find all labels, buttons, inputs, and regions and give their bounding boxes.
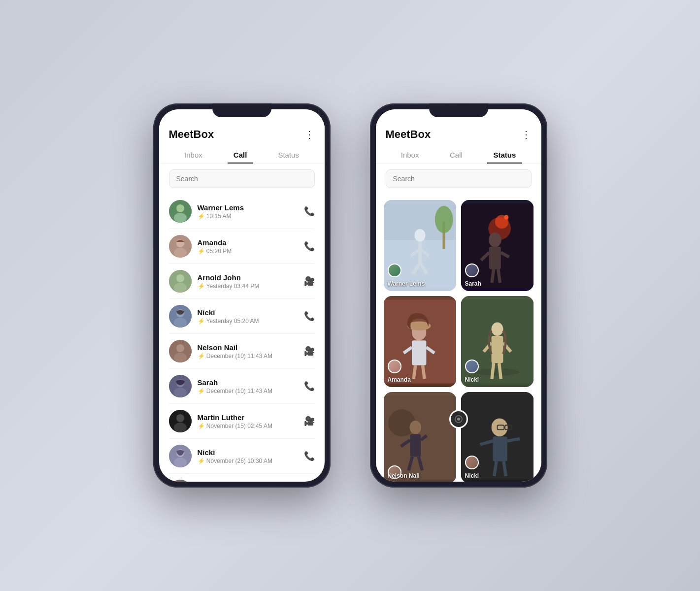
svg-line-54 (413, 365, 415, 379)
more-options-icon[interactable]: ⋮ (304, 129, 315, 140)
contact-name: Amanda (198, 238, 304, 247)
call-item[interactable]: John Carlos 🎥 (169, 474, 315, 482)
status-card[interactable]: Amanda (384, 296, 456, 387)
video-icon[interactable]: 🎥 (304, 346, 315, 357)
contact-info: Arnold John ⚡ Yesterday 03:44 PM (198, 273, 304, 290)
tab-status[interactable]: Status (487, 147, 522, 163)
avatar (169, 410, 192, 432)
avatar (169, 235, 192, 258)
search-container (376, 164, 541, 194)
call-item[interactable]: Nicki ⚡ November (26) 10:30 AM 📞 (169, 439, 315, 474)
svg-point-36 (434, 206, 453, 233)
call-item[interactable]: Nelson Nail ⚡ December (10) 11:43 AM 🎥 (169, 334, 315, 369)
app-title: MeetBox (169, 128, 214, 141)
tab-inbox[interactable]: Inbox (395, 147, 425, 163)
svg-point-23 (174, 458, 187, 467)
contact-info: Nelson Nail ⚡ December (10) 11:43 AM (198, 343, 304, 360)
status-card[interactable]: Sarah (461, 200, 533, 291)
avatar (169, 270, 192, 293)
tab-call[interactable]: Call (228, 147, 253, 163)
call-item[interactable]: Arnold John ⚡ Yesterday 03:44 PM 🎥 (169, 264, 315, 299)
status-mini-avatar (388, 263, 401, 277)
svg-rect-69 (410, 434, 421, 457)
status-contact-name: Nicki (465, 376, 479, 383)
avatar-image (169, 445, 192, 467)
right-phone: MeetBox ⋮ Inbox Call Status (370, 103, 547, 488)
contact-info: Amanda ⚡ 05:20 PM (198, 238, 304, 255)
contact-info: Martin Luther ⚡ November (15) 02:45 AM (198, 413, 304, 429)
call-time: ⚡ Yesterday 03:44 PM (198, 283, 304, 290)
tab-status[interactable]: Status (272, 147, 305, 163)
call-time: ⚡ December (10) 11:43 AM (198, 353, 304, 360)
phone-icon[interactable]: 📞 (304, 241, 315, 252)
status-card[interactable]: Nicki (461, 296, 533, 387)
tab-bar: Inbox Call Status (376, 147, 541, 164)
call-item[interactable]: Nicki ⚡ Yesterday 05:20 AM 📞 (169, 299, 315, 334)
status-card-nelson[interactable]: Nelson Nail (384, 392, 456, 482)
svg-point-11 (174, 318, 187, 328)
svg-point-8 (174, 283, 187, 293)
tab-inbox[interactable]: Inbox (178, 147, 208, 163)
svg-line-80 (494, 461, 497, 476)
phone-icon[interactable]: 📞 (304, 381, 315, 392)
camera-icon (454, 415, 463, 424)
more-options-icon[interactable]: ⋮ (521, 129, 532, 140)
svg-rect-77 (493, 436, 507, 461)
app-header: MeetBox ⋮ Inbox Call Status (376, 109, 541, 164)
contact-name: Warner Lems (198, 203, 304, 212)
svg-rect-51 (411, 340, 426, 365)
avatar-image (169, 340, 192, 362)
search-input[interactable] (169, 169, 315, 188)
status-bg-image (461, 200, 533, 291)
status-bg-image (384, 200, 456, 291)
video-icon[interactable]: 🎥 (304, 276, 315, 287)
tab-bar: Inbox Call Status (159, 147, 325, 164)
notch (429, 103, 488, 117)
left-phone: MeetBox ⋮ Inbox Call Status (153, 103, 331, 488)
phone-screen: MeetBox ⋮ Inbox Call Status (159, 109, 325, 482)
svg-rect-42 (489, 247, 500, 269)
call-list: Warner Lems ⚡ 10:15 AM 📞 (159, 194, 325, 482)
contact-info: Nicki ⚡ November (26) 10:30 AM (198, 448, 304, 464)
call-item[interactable]: Sarah ⚡ December (10) 11:43 AM 📞 (169, 369, 315, 404)
svg-point-86 (457, 418, 460, 421)
call-time: ⚡ 10:15 AM (198, 213, 304, 220)
video-icon[interactable]: 🎥 (304, 416, 315, 427)
notch (212, 103, 271, 117)
call-time: ⚡ Yesterday 05:20 AM (198, 318, 304, 325)
svg-point-59 (491, 322, 503, 336)
status-mini-avatar (465, 456, 479, 469)
search-input[interactable] (386, 169, 532, 188)
svg-point-24 (169, 480, 192, 482)
status-card[interactable]: Warner Lems (384, 200, 456, 291)
status-contact-name: Sarah (465, 280, 481, 287)
call-item[interactable]: Martin Luther ⚡ November (15) 02:45 AM 🎥 (169, 404, 315, 439)
status-mini-avatar (388, 360, 401, 373)
app-header: MeetBox ⋮ Inbox Call Status (159, 109, 325, 164)
status-bg-image (461, 296, 533, 387)
avatar-image (169, 480, 192, 482)
contact-name: Sarah (198, 378, 304, 387)
call-item[interactable]: Amanda ⚡ 05:20 PM 📞 (169, 229, 315, 264)
phone-icon[interactable]: 📞 (304, 311, 315, 322)
avatar-image (169, 375, 192, 397)
contact-info: Nicki ⚡ Yesterday 05:20 AM (198, 308, 304, 325)
tab-call[interactable]: Call (444, 147, 468, 163)
call-item[interactable]: Warner Lems ⚡ 10:15 AM 📞 (169, 194, 315, 229)
contact-name: Nelson Nail (198, 343, 304, 352)
phone-screen: MeetBox ⋮ Inbox Call Status (376, 109, 541, 482)
camera-capture-button[interactable] (449, 410, 468, 428)
svg-line-63 (492, 363, 494, 379)
svg-point-5 (174, 248, 187, 258)
status-card[interactable]: Nicki (461, 392, 533, 482)
avatar (169, 305, 192, 328)
call-time: ⚡ December (10) 11:43 AM (198, 388, 304, 394)
contact-name: Nicki (198, 308, 304, 317)
svg-point-58 (474, 368, 520, 376)
app-title: MeetBox (386, 128, 431, 141)
call-time: ⚡ November (15) 02:45 AM (198, 423, 304, 429)
phone-icon[interactable]: 📞 (304, 206, 315, 217)
contact-info: Warner Lems ⚡ 10:15 AM (198, 203, 304, 220)
contact-name: Arnold John (198, 273, 304, 282)
phone-icon[interactable]: 📞 (304, 451, 315, 461)
